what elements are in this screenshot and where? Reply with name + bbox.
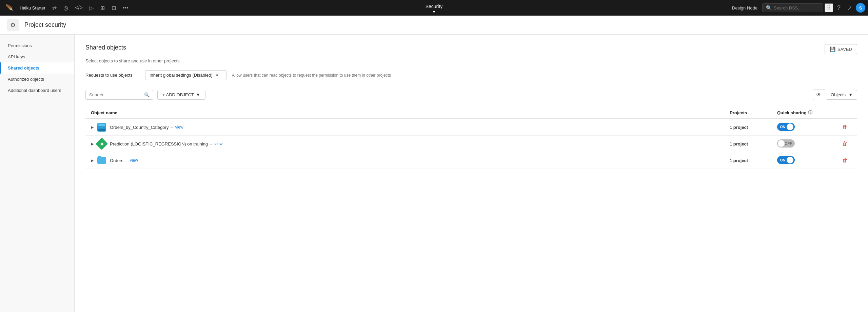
settings-row: Requests to use objects Inherit global s…: [85, 70, 857, 80]
toggle-thumb-3: [787, 157, 793, 163]
sidebar-label-additional-dashboard-users: Additional dashboard users: [8, 88, 61, 93]
model-type-icon: ◆: [96, 138, 108, 150]
delete-button-3[interactable]: 🗑: [842, 157, 848, 163]
row-name-2: Prediction (LOGISTIC_REGRESSION) on trai…: [110, 141, 730, 147]
sidebar-label-authorized-objects: Authorized objects: [8, 77, 44, 82]
toggle-thumb-1: [787, 123, 793, 130]
tab-label: Security: [420, 2, 448, 11]
apps-grid-icon[interactable]: ⠿: [825, 3, 833, 12]
sidebar-label-api-keys: API keys: [8, 54, 25, 59]
help-icon-btn[interactable]: ?: [834, 2, 843, 14]
sidebar-label-shared-objects: Shared objects: [8, 65, 39, 71]
row-name-3: Orders – view: [110, 158, 730, 163]
toggle-2[interactable]: OFF: [777, 139, 795, 148]
settings-icon: ⚙: [7, 19, 19, 31]
row-projects-2: 1 project: [730, 141, 777, 147]
toggle-3[interactable]: ON: [777, 156, 795, 164]
row-name-1: Orders_by_Country_Category – view: [110, 125, 730, 130]
objects-dropdown[interactable]: Objects ▼: [827, 90, 857, 100]
search-box: 🔍: [762, 3, 823, 12]
dropdown-chevron-icon: ▼: [848, 92, 853, 97]
col-header-name: Object name: [91, 110, 730, 115]
design-node-btn[interactable]: Design Node: [729, 3, 761, 13]
compass-icon-btn[interactable]: ◎: [61, 3, 71, 13]
avatar[interactable]: S: [856, 3, 865, 13]
table-row: ▶ Orders – view 1 project ON: [85, 152, 857, 169]
row-projects-1: 1 project: [730, 125, 777, 130]
row-quick-sharing-3: ON: [777, 156, 838, 165]
section-title: Shared objects: [85, 44, 126, 51]
row-quick-sharing-1: ON: [777, 123, 838, 132]
share-icon-btn[interactable]: ⇄: [50, 3, 59, 13]
row-view-link-1[interactable]: view: [175, 125, 183, 130]
quick-sharing-info-icon[interactable]: ⓘ: [808, 110, 812, 116]
expand-icon-2[interactable]: ▶: [91, 142, 94, 146]
dropdown-arrow-icon: ▼: [196, 92, 200, 97]
row-delete-2: 🗑: [838, 141, 852, 147]
expand-icon-3[interactable]: ▶: [91, 158, 94, 163]
col-header-quick-sharing: Quick sharing ⓘ: [777, 110, 838, 116]
grid-icon-btn[interactable]: ⊡: [109, 3, 119, 13]
add-object-button[interactable]: + ADD OBJECT ▼: [157, 90, 205, 100]
dataset-icon-1: [97, 122, 106, 132]
sidebar-item-api-keys[interactable]: API keys: [0, 51, 74, 62]
row-projects-3: 1 project: [730, 158, 777, 163]
active-tab: Security: [420, 2, 448, 13]
row-delete-3: 🗑: [838, 157, 852, 163]
row-view-link-2[interactable]: view: [214, 141, 222, 146]
play-icon-btn[interactable]: ▷: [87, 3, 96, 13]
save-icon: 💾: [830, 46, 835, 52]
stats-icon-btn[interactable]: ↗: [845, 3, 854, 13]
sidebar-item-authorized-objects[interactable]: Authorized objects: [0, 74, 74, 85]
nav-right: Design Node 🔍 ⠿ ? ↗ S: [729, 2, 865, 14]
sidebar-item-permissions[interactable]: Permissions: [0, 40, 74, 51]
objects-label: Objects: [831, 92, 846, 97]
table-row: ▶ Orders_by_Country_Category – view 1 pr…: [85, 119, 857, 136]
toggle-track-3[interactable]: ON: [777, 156, 795, 164]
code-icon-btn[interactable]: </>: [72, 3, 85, 13]
object-search-input[interactable]: [89, 92, 142, 97]
page-title: Project security: [24, 21, 66, 28]
expand-icon-1[interactable]: ▶: [91, 125, 94, 130]
section-description: Select objects to share and use in other…: [85, 58, 857, 63]
toggle-thumb-2: [778, 140, 785, 147]
toggle-label-1: ON: [780, 125, 786, 129]
row-view-link-3[interactable]: view: [130, 158, 138, 163]
toggle-track-1[interactable]: ON: [777, 123, 795, 131]
main-layout: Permissions API keys Shared objects Auth…: [0, 35, 868, 312]
requests-label: Requests to use objects: [85, 73, 140, 78]
tab-indicator: [433, 11, 435, 13]
search-input[interactable]: [774, 5, 820, 11]
object-search-box: 🔍: [85, 90, 153, 100]
row-delete-1: 🗑: [838, 124, 852, 130]
table-header: Object name Projects Quick sharing ⓘ: [85, 107, 857, 119]
search-icon: 🔍: [766, 5, 772, 11]
app-name: Haiku Starter: [17, 5, 48, 11]
sidebar-item-shared-objects[interactable]: Shared objects: [0, 62, 74, 74]
toggle-label-2: OFF: [785, 141, 792, 145]
toolbar: 🔍 + ADD OBJECT ▼ 👁 Objects ▼: [85, 90, 857, 100]
toggle-label-3: ON: [780, 158, 786, 162]
model-icon-2: ◆: [97, 139, 106, 149]
saved-label: SAVED: [837, 47, 852, 52]
eye-icon-btn[interactable]: 👁: [813, 90, 825, 100]
folder-icon-3: [97, 156, 106, 165]
more-icon-btn[interactable]: •••: [120, 3, 131, 13]
sub-header: ⚙ Project security: [0, 16, 868, 35]
dataset-type-icon: [97, 123, 106, 132]
app-logo: 🪶: [3, 4, 16, 12]
toggle-track-2[interactable]: OFF: [777, 139, 795, 148]
chevron-down-icon: ▼: [215, 73, 219, 77]
sidebar: Permissions API keys Shared objects Auth…: [0, 35, 75, 312]
content-area: Shared objects 💾 SAVED Select objects to…: [75, 35, 868, 312]
delete-button-2[interactable]: 🗑: [842, 141, 848, 147]
settings-help-text: Allow users that can read objects to req…: [232, 73, 391, 78]
sidebar-item-additional-dashboard-users[interactable]: Additional dashboard users: [0, 85, 74, 96]
delete-button-1[interactable]: 🗑: [842, 124, 848, 130]
section-header: Shared objects 💾 SAVED: [85, 44, 857, 54]
select-value: Inherit global settings (Disabled): [150, 73, 213, 78]
requests-select[interactable]: Inherit global settings (Disabled) ▼: [145, 70, 226, 80]
toggle-1[interactable]: ON: [777, 123, 795, 131]
stack-icon-btn[interactable]: ⊞: [98, 3, 107, 13]
table-row: ▶ ◆ Prediction (LOGISTIC_REGRESSION) on …: [85, 136, 857, 152]
